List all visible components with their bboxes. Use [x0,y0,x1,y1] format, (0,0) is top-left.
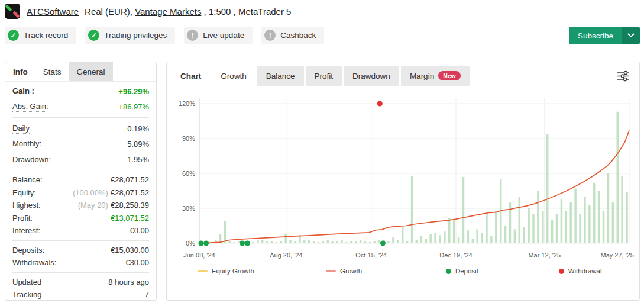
tab-chart[interactable]: Chart [171,66,210,86]
highest-value: (May 20)€28,258.39 [78,201,149,210]
equity-label: Equity: [12,188,36,197]
equity-value: (100.00%)€28,071.52 [73,188,149,197]
daily-label: Daily [12,124,30,134]
badge-label: Cashback [280,31,316,40]
tab-margin-label: Margin [410,72,434,80]
legend-item-growth[interactable]: Growth [285,268,403,275]
equity-percent: (100.00%) [73,188,108,197]
profit-label: Profit: [12,214,33,223]
equity-growth-swatch [198,270,208,272]
info-rows: Gain : +96.29% Abs. Gain: +86.97% Daily … [5,82,156,301]
tab-drawdown[interactable]: Drawdown [344,66,399,86]
divider [12,170,149,170]
info-tabs: Info Stats General [5,62,156,82]
tab-growth[interactable]: Growth [212,66,255,86]
chart-legend: Equity Growth Growth Deposit Withdrawal [167,261,639,281]
abs-gain-row: Abs. Gain: +86.97% [12,99,149,114]
legend-item-equity-growth[interactable]: Equity Growth [167,268,285,275]
chart-panel: Chart Growth Balance Profit Drawdown Mar… [166,62,640,301]
updated-row: Updated 8 hours ago [12,276,149,289]
legend-item-withdrawal[interactable]: Withdrawal [521,268,639,275]
abs-gain-label: Abs. Gain: [12,102,48,112]
interest-row: Interest: €0.00 [12,224,149,237]
interest-label: Interest: [12,226,40,235]
monthly-value: 5.89% [127,140,149,149]
badge-cashback[interactable]: ! Cashback [261,27,324,44]
tab-info[interactable]: Info [5,62,35,81]
daily-row: Daily 0.19% [12,121,149,136]
badge-live-update[interactable]: ! Live update [184,27,253,44]
withdrawals-row: Withdrawals: €30.00 [12,256,149,269]
deposits-value: €15,030.00 [111,246,149,255]
gain-label: Gain : [12,86,34,96]
interest-value: €0.00 [130,226,149,235]
exclamation-icon: ! [264,30,276,41]
highest-date: (May 20) [78,201,108,210]
legend-item-deposit[interactable]: Deposit [403,268,522,275]
badge-track-record[interactable]: ✓ Track record [5,27,76,44]
chevron-down-icon[interactable] [622,27,640,44]
logo-red-bar [12,11,20,18]
divider [12,117,149,118]
svg-text:90%: 90% [182,135,195,142]
daily-value: 0.19% [127,124,149,133]
new-badge: New [438,71,461,80]
svg-text:120%: 120% [179,100,195,107]
updated-label: Updated [12,278,41,286]
growth-swatch [326,270,336,272]
badge-label: Trading privileges [104,31,167,40]
balance-label: Balance: [12,175,43,184]
drawdown-label: Drawdown: [12,155,51,164]
svg-text:Aug 20, '24: Aug 20, '24 [270,252,302,259]
abs-gain-value: +86.97% [118,102,149,111]
svg-text:Mar 12, '25: Mar 12, '25 [528,252,561,259]
gain-row: Gain : +96.29% [12,83,149,99]
deposit-swatch [446,269,451,274]
account-title: ATCSoftwareReal (EUR), Vantage Markets ,… [27,7,291,17]
account-meta-post: , 1:500 , MetaTrader 5 [204,7,292,17]
svg-text:May 27, '25: May 27, '25 [600,252,634,259]
highest-row: Highest: (May 20)€28,258.39 [12,199,149,212]
badge-label: Track record [24,31,68,40]
svg-text:60%: 60% [182,170,195,177]
svg-text:Oct 15, '24: Oct 15, '24 [355,252,387,259]
account-name-link[interactable]: ATCSoftware [27,7,79,17]
legend-label: Equity Growth [212,268,254,275]
check-icon: ✓ [8,30,19,41]
info-panel: Info Stats General Gain : +96.29% Abs. G… [5,62,157,301]
badge-label: Live update [203,31,244,40]
gain-value: +96.29% [118,87,149,96]
app-logo-icon[interactable] [5,4,20,19]
balance-row: Balance: €28,071.52 [12,173,149,186]
legend-label: Growth [340,268,362,275]
equity-row: Equity: (100.00%)€28,071.52 [12,186,149,199]
chart-settings-icon[interactable] [612,68,635,84]
withdrawals-label: Withdrawals: [12,258,56,267]
balance-value: €28,071.52 [111,175,149,184]
badge-trading-privileges[interactable]: ✓ Trading privileges [85,27,175,44]
tab-stats[interactable]: Stats [35,62,69,81]
monthly-row: Monthly: 5.89% [12,136,149,152]
withdrawal-swatch [559,269,564,274]
exclamation-icon: ! [187,30,198,41]
updated-value: 8 hours ago [108,278,149,286]
svg-text:Jun 08, '24: Jun 08, '24 [183,252,215,259]
tab-balance[interactable]: Balance [257,66,304,86]
svg-text:0%: 0% [186,240,195,247]
subscribe-button[interactable]: Subscribe [569,27,640,44]
deposits-row: Deposits: €15,030.00 [12,244,149,257]
tab-general[interactable]: General [69,62,113,81]
tracking-row: Tracking 7 [12,288,149,301]
svg-text:30%: 30% [182,205,195,212]
profit-value: €13,071.52 [111,214,149,223]
monthly-label: Monthly: [12,139,41,149]
tab-profit[interactable]: Profit [306,66,342,86]
tab-margin[interactable]: Margin New [401,66,470,86]
highest-label: Highest: [12,201,41,210]
growth-chart[interactable]: 0%30%60%90%120%Jun 08, '24Aug 20, '24Oct… [171,88,635,261]
broker-link[interactable]: Vantage Markets [135,7,201,17]
topbar: ATCSoftwareReal (EUR), Vantage Markets ,… [5,2,291,20]
badge-row: ✓ Track record ✓ Trading privileges ! Li… [5,27,324,44]
tracking-label: Tracking [12,290,41,299]
drawdown-row: Drawdown: 1.95% [12,152,149,167]
